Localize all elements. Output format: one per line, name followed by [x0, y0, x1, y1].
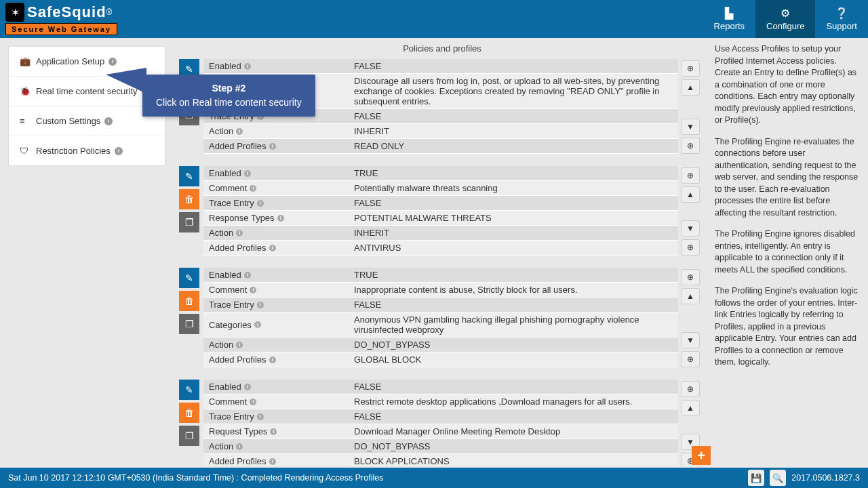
info-icon[interactable]: i	[236, 443, 243, 450]
move-bottom-button[interactable]: ⊕	[681, 351, 700, 367]
row-value: FALSE	[349, 380, 678, 394]
move-up-button[interactable]: ▲	[681, 288, 700, 304]
info-icon[interactable]: i	[277, 215, 284, 222]
row-label: Commenti	[203, 181, 349, 195]
row-value: Anonymous VPN gambling hacking illegal p…	[349, 312, 678, 337]
table-row: ActioniDO_NOT_BYPASS	[203, 439, 678, 454]
row-value: FALSE	[349, 196, 678, 210]
nav-support[interactable]: ❔ Support	[815, 0, 868, 38]
info-icon[interactable]: i	[244, 63, 251, 70]
nav-label: Configure	[766, 21, 804, 31]
delete-button[interactable]: 🗑	[179, 403, 199, 423]
nav-configure[interactable]: ⚙ Configure	[755, 0, 815, 38]
sidebar-item-custom-settings[interactable]: ≡ Custom Settings i	[9, 106, 165, 136]
add-entry-button[interactable]: +	[692, 446, 711, 465]
table-row: CategoriesiAnonymous VPN gambling hackin…	[203, 312, 678, 338]
row-label: Actioni	[203, 439, 349, 453]
move-top-button[interactable]: ⊕	[681, 269, 700, 285]
info-icon[interactable]: i	[236, 128, 243, 135]
search-button[interactable]: 🔍	[770, 470, 786, 486]
delete-button[interactable]: 🗑	[179, 189, 199, 209]
move-down-button[interactable]: ▼	[681, 119, 700, 135]
move-bottom-button[interactable]: ⊕	[681, 239, 700, 256]
edit-button[interactable]: ✎	[179, 166, 199, 186]
info-icon[interactable]: i	[269, 458, 276, 465]
info-icon[interactable]: i	[254, 321, 261, 328]
move-down-button[interactable]: ▼	[681, 332, 700, 348]
info-icon[interactable]: i	[250, 287, 256, 293]
sidebar-item-restriction-policies[interactable]: 🛡 Restriction Policies i	[9, 136, 165, 165]
table-row: EnablediFALSE	[203, 380, 678, 394]
row-label: Trace Entryi	[203, 409, 349, 424]
info-icon[interactable]: i	[257, 413, 264, 420]
move-bottom-button[interactable]: ⊕	[681, 138, 700, 154]
policy-entry: ✎🗑❐EnablediTRUECommentiInappropriate con…	[179, 268, 703, 367]
sidebar-item-label: Restriction Policies	[36, 146, 111, 156]
info-icon[interactable]: i	[115, 147, 123, 155]
move-up-button[interactable]: ▲	[681, 186, 700, 203]
help-paragraph: Use Access Profiles to setup your Profil…	[715, 43, 861, 127]
info-icon[interactable]: i	[104, 117, 113, 125]
edit-button[interactable]: ✎	[179, 380, 199, 400]
entries-list[interactable]: ✎🗑❐EnablediFALSECommentiDiscourage all u…	[179, 59, 705, 466]
bug-icon: 🐞	[20, 86, 31, 96]
row-label: Enabledi	[203, 380, 349, 394]
nav-label: Support	[826, 21, 857, 31]
callout-text: Click on Real time content security	[156, 96, 302, 110]
table-row: Added ProfilesiANTIVIRUS	[203, 241, 678, 256]
row-label: Added Profilesi	[203, 139, 349, 153]
page-title: Policies and profiles	[179, 38, 705, 59]
configure-icon: ⚙	[781, 7, 790, 20]
copy-button[interactable]: ❐	[179, 426, 199, 446]
info-icon[interactable]: i	[250, 399, 256, 405]
table-row: Response TypesiPOTENTIAL MALWARE THREATS	[203, 211, 678, 226]
info-icon[interactable]: i	[108, 58, 117, 66]
row-value: FALSE	[349, 298, 678, 312]
row-label: Trace Entryi	[203, 196, 349, 210]
save-button[interactable]: 💾	[748, 470, 764, 486]
logo-reg: ®	[106, 7, 113, 17]
move-top-button[interactable]: ⊕	[681, 381, 700, 397]
move-down-button[interactable]: ▼	[681, 220, 700, 237]
info-icon[interactable]: i	[244, 384, 251, 390]
copy-button[interactable]: ❐	[179, 212, 199, 232]
briefcase-icon: 💼	[20, 56, 31, 66]
row-value: Potentially malware threats scanning	[349, 181, 678, 195]
info-icon[interactable]: i	[257, 302, 264, 308]
info-icon[interactable]: i	[236, 342, 243, 348]
row-value: READ ONLY	[349, 139, 678, 153]
entry-body: EnablediTRUECommentiPotentially malware …	[203, 166, 678, 256]
entry-body: EnablediTRUECommentiInappropriate conten…	[203, 268, 678, 367]
row-label: Enabledi	[203, 268, 349, 282]
info-icon[interactable]: i	[244, 170, 251, 177]
row-label: Actioni	[203, 226, 349, 240]
row-value: DO_NOT_BYPASS	[349, 439, 678, 453]
info-icon[interactable]: i	[250, 185, 256, 192]
info-icon[interactable]: i	[236, 230, 243, 237]
info-icon[interactable]: i	[244, 272, 251, 279]
table-row: ActioniINHERIT	[203, 124, 678, 139]
move-up-button[interactable]: ▲	[681, 400, 700, 416]
edit-button[interactable]: ✎	[179, 268, 199, 288]
footer: Sat Jun 10 2017 12:12:10 GMT+0530 (India…	[0, 468, 868, 488]
row-value: Download Manager Online Meeting Remote D…	[349, 424, 678, 439]
row-value: Inappropriate content is abuse, Strictly…	[349, 283, 678, 297]
row-value: ANTIVIRUS	[349, 241, 678, 255]
policy-entry: ✎🗑❐EnablediTRUECommentiPotentially malwa…	[179, 166, 703, 256]
info-icon[interactable]: i	[257, 200, 264, 207]
nav-reports[interactable]: ▙ Reports	[703, 0, 756, 38]
info-icon[interactable]: i	[269, 143, 276, 150]
info-icon[interactable]: i	[269, 245, 276, 251]
move-up-button[interactable]: ▲	[681, 79, 700, 96]
info-icon[interactable]: i	[270, 428, 277, 435]
move-top-button[interactable]: ⊕	[681, 167, 700, 184]
info-icon[interactable]: i	[269, 357, 276, 363]
copy-button[interactable]: ❐	[179, 314, 199, 334]
delete-button[interactable]: 🗑	[179, 291, 199, 311]
table-row: CommentiPotentially malware threats scan…	[203, 181, 678, 196]
tutorial-callout: Step #2 Click on Real time content secur…	[142, 75, 315, 117]
table-row: Added ProfilesiGLOBAL BLOCK	[203, 352, 678, 367]
move-top-button[interactable]: ⊕	[681, 60, 700, 77]
row-label: Trace Entryi	[203, 298, 349, 312]
table-row: CommentiRestrict remote desktop applicat…	[203, 394, 678, 409]
